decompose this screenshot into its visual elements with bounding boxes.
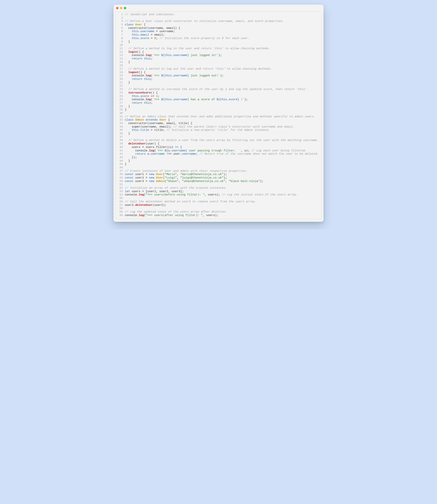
line-number: 4	[116, 23, 125, 27]
code-content: }	[125, 132, 321, 135]
code-content	[125, 135, 321, 139]
line-number: 33	[116, 122, 125, 125]
code-content: let users = [user1, user2, user3];	[125, 190, 321, 193]
code-content: // Define an Admin class that extends Us…	[125, 115, 321, 119]
code-line: 15 }	[116, 61, 321, 64]
code-content: }	[125, 159, 321, 163]
code-line: 46	[116, 166, 321, 169]
line-number: 36	[116, 132, 125, 135]
code-line: 58	[116, 207, 321, 210]
line-number: 44	[116, 159, 125, 163]
line-number: 47	[116, 169, 125, 173]
code-content: console.log("==> users(before using filt…	[125, 193, 321, 197]
code-content: super(username, email); // Call the pare…	[125, 125, 321, 129]
code-line: 18 logout() {	[116, 71, 321, 74]
code-line: 8 this.score = 0; // Initialize the scor…	[116, 37, 321, 40]
code-line: 2	[116, 16, 321, 20]
code-content: }	[125, 163, 321, 166]
code-content: // Define a method to log out the user a…	[125, 67, 321, 71]
code-content: increaseScore() {	[125, 91, 321, 95]
code-content: // Call the deleteUser method on user3 t…	[125, 200, 321, 204]
code-content: // Define a method to delete a user from…	[125, 139, 321, 142]
line-number: 19	[116, 74, 125, 78]
minimize-dot-icon[interactable]	[120, 7, 122, 9]
code-line: 48const user1 = new User("Mario", "mario…	[116, 173, 321, 176]
line-number: 20	[116, 78, 125, 81]
code-content: // Initialize an array of users with the…	[125, 186, 321, 190]
line-number: 2	[116, 16, 125, 20]
line-number: 15	[116, 61, 125, 64]
code-content: users = users.filter((u) => {	[125, 146, 321, 149]
code-content: });	[125, 156, 321, 159]
code-line: 17 // Define a method to log out the use…	[116, 67, 321, 71]
line-number: 58	[116, 207, 125, 210]
line-number: 22	[116, 84, 125, 88]
code-line: 12 login() {	[116, 50, 321, 54]
line-number: 45	[116, 163, 125, 166]
code-line: 11 // Define a method to log in the user…	[116, 47, 321, 50]
line-number: 60	[116, 214, 125, 217]
code-editor: 1// JavaScript and subclasses:2 3// Defi…	[115, 11, 322, 219]
line-number: 7	[116, 33, 125, 37]
code-line: 1// JavaScript and subclasses:	[116, 13, 321, 16]
code-line: 38 // Define a method to delete a user f…	[116, 139, 321, 142]
code-line: 40 users = users.filter((u) => {	[116, 146, 321, 149]
code-content	[125, 183, 321, 186]
code-line: 31// Define an Admin class that extends …	[116, 115, 321, 119]
code-content: }	[125, 105, 321, 108]
code-line: 26 console.log(`==> ${this.username} has…	[116, 98, 321, 101]
code-content	[125, 84, 321, 88]
line-number: 57	[116, 204, 125, 207]
code-content: this.email = email;	[125, 33, 321, 37]
code-line: 27 return this;	[116, 101, 321, 105]
line-number: 40	[116, 146, 125, 149]
code-line: 36 }	[116, 132, 321, 135]
code-content: this.username = username;	[125, 30, 321, 33]
code-line: 10	[116, 43, 321, 47]
code-content: class User {	[125, 23, 321, 27]
code-content: // JavaScript and subclasses:	[125, 13, 321, 16]
code-line: 7 this.email = email;	[116, 33, 321, 37]
line-number: 17	[116, 67, 125, 71]
line-number: 8	[116, 37, 125, 40]
code-content: constructor(username, email) {	[125, 27, 321, 30]
line-number: 3	[116, 20, 125, 23]
code-line: 41 console.log(`==> ${u.username} user p…	[116, 149, 321, 153]
code-content: // Define a method to log in the user an…	[125, 47, 321, 50]
line-number: 9	[116, 40, 125, 44]
code-content: console.log("==> users(after using filte…	[125, 214, 321, 217]
code-content	[125, 16, 321, 20]
code-content: // Define a User class with constructor …	[125, 20, 321, 23]
code-content: constructor(username, email, title) {	[125, 122, 321, 125]
code-line: 55	[116, 197, 321, 200]
code-line: 53let users = [user1, user2, user3];	[116, 190, 321, 193]
close-dot-icon[interactable]	[116, 7, 119, 9]
line-number: 59	[116, 210, 125, 214]
code-content	[125, 197, 321, 200]
line-number: 38	[116, 139, 125, 142]
code-window: 1// JavaScript and subclasses:2 3// Defi…	[113, 5, 324, 222]
line-number: 54	[116, 193, 125, 197]
code-line: 23 // Define a method to increase the sc…	[116, 88, 321, 91]
line-number: 37	[116, 135, 125, 139]
line-number: 51	[116, 183, 125, 186]
line-number: 49	[116, 176, 125, 180]
code-line: 21 }	[116, 81, 321, 84]
code-content	[125, 166, 321, 169]
code-line: 3// Define a User class with constructor…	[116, 20, 321, 23]
code-content: login() {	[125, 50, 321, 54]
code-line: 57user3.deleteUser(user2);	[116, 204, 321, 207]
code-content: return u.username !== user.username; // …	[125, 152, 321, 156]
code-line: 20 return this;	[116, 78, 321, 81]
zoom-dot-icon[interactable]	[124, 7, 126, 9]
line-number: 18	[116, 71, 125, 74]
line-number: 5	[116, 27, 125, 30]
line-number: 21	[116, 81, 125, 84]
code-content	[125, 43, 321, 47]
line-number: 39	[116, 142, 125, 146]
code-line: 25 this.score += 1;	[116, 95, 321, 98]
line-number: 41	[116, 149, 125, 153]
line-number: 1	[116, 13, 125, 16]
traffic-lights	[116, 7, 126, 9]
code-content: console.log(`==> ${this.username} just l…	[125, 74, 321, 78]
